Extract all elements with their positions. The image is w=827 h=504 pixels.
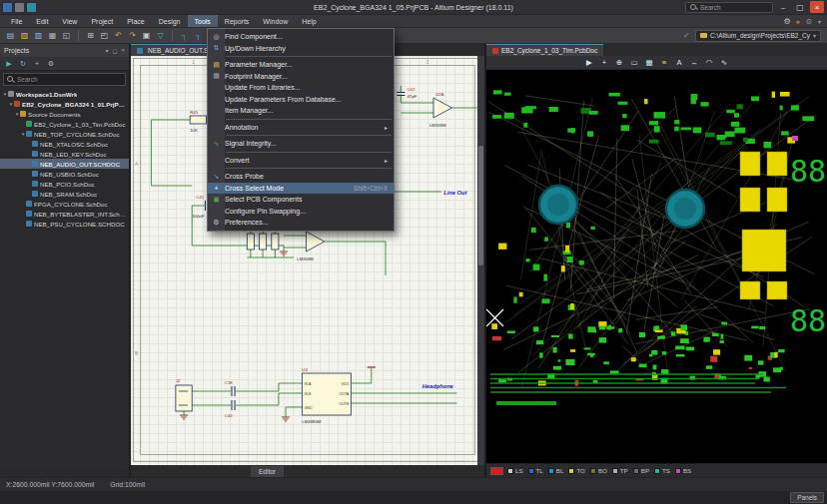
menu-design[interactable]: Design: [152, 15, 188, 27]
select-cursor-icon[interactable]: ▶: [583, 57, 595, 69]
tree-item-neb-byteblaster-int-schdoc[interactable]: NEB_BYTEBLASTER_INT.SchDoc: [0, 209, 129, 219]
notifications-icon[interactable]: ●: [796, 18, 800, 25]
menu-item-convert[interactable]: Convert▸: [208, 155, 394, 167]
tree-item-fpga-cyclone-schdoc[interactable]: FPGA_CYCLONE.SchDoc: [0, 199, 129, 209]
menu-item-update-parameters-from-database[interactable]: Update Parameters From Database...: [208, 94, 394, 106]
pcb-canvas[interactable]: 8888: [486, 70, 827, 463]
layer-tab-bp[interactable]: BP: [633, 467, 649, 474]
close-button[interactable]: ×: [810, 1, 824, 13]
print-preview-icon[interactable]: ◱: [60, 29, 73, 42]
projects-search-input[interactable]: Search: [3, 73, 126, 86]
app-logo-icon[interactable]: [3, 3, 12, 12]
layer-tab-tp[interactable]: TP: [612, 467, 628, 474]
tree-item-neb-usbio-schdoc[interactable]: NEB_USBIO.SchDoc: [0, 169, 129, 179]
undo-icon[interactable]: ↶: [112, 29, 125, 42]
menu-edit[interactable]: Edit: [29, 15, 55, 27]
layer-tab-bs[interactable]: BS: [675, 467, 691, 474]
current-layer-swatch[interactable]: [490, 467, 503, 475]
menu-reports[interactable]: Reports: [218, 15, 257, 27]
tree-item-eb2-cyclone-1-03-tim-pcbdoc[interactable]: EB2_Cyclone_1_03_Tim.PcbDoc: [0, 119, 129, 129]
measure-icon[interactable]: ↔: [688, 57, 700, 69]
menu-item-select-pcb-components[interactable]: ▣Select PCB Components: [208, 194, 394, 206]
tree-item-neb-led-key-schdoc[interactable]: NEB_LED_KEY.SchDoc: [0, 149, 129, 159]
tree-item-neb-xtalosc-schdoc[interactable]: NEB_XTALOSC.SchDoc: [0, 139, 129, 149]
menu-item-item-manager[interactable]: Item Manager...: [208, 105, 394, 117]
user-icon[interactable]: ☺: [805, 17, 813, 26]
pcb-document-tab[interactable]: EB2_Cyclone_1_03_Tim.PcbDoc: [486, 44, 603, 56]
menu-item-update-from-libraries[interactable]: Update From Libraries...: [208, 82, 394, 94]
menu-item-annotation[interactable]: Annotation▸: [208, 122, 394, 134]
place-wire-icon[interactable]: ┐: [178, 29, 191, 42]
filter-icon[interactable]: ▽: [154, 29, 167, 42]
menu-item-cross-select-mode[interactable]: +Cross Select ModeShift+Ctrl+X: [208, 183, 394, 195]
menu-item-configure-pin-swapping[interactable]: Configure Pin Swapping...: [208, 206, 394, 218]
layer-tab-bo[interactable]: BO: [590, 467, 607, 474]
panels-button[interactable]: Panels: [790, 492, 824, 503]
print-icon[interactable]: ▦: [46, 29, 59, 42]
minimize-button[interactable]: –: [776, 1, 790, 13]
tree-item-neb-audio-out-schdoc[interactable]: NEB_AUDIO_OUT.SCHDOC: [0, 159, 129, 169]
menu-file[interactable]: File: [4, 15, 29, 27]
panel-close-icon[interactable]: ×: [121, 47, 125, 54]
menu-project[interactable]: Project: [84, 15, 120, 27]
zoom-document-icon[interactable]: ⊞: [84, 29, 97, 42]
open-document-icon[interactable]: ▨: [18, 29, 31, 42]
refresh-icon[interactable]: ↻: [17, 58, 29, 70]
layer-tab-ls[interactable]: LS: [507, 467, 523, 474]
svg-text:C41: C41: [196, 195, 204, 200]
menu-item-footprint-manager[interactable]: ▦Footprint Manager...: [208, 71, 394, 83]
menu-item-parameter-manager[interactable]: ▤Parameter Manager...: [208, 59, 394, 71]
board-fit-icon[interactable]: ▭: [628, 57, 640, 69]
copy-icon[interactable]: ▣: [140, 29, 153, 42]
grid-icon[interactable]: ▦: [643, 57, 655, 69]
project-path-dropdown[interactable]: C:\Altium_design\Projects\EB2_Cy ▾: [695, 30, 821, 42]
menu-item-find-component[interactable]: ◎Find Component...: [208, 31, 394, 43]
user-caret-icon[interactable]: ▾: [818, 18, 821, 25]
menu-window[interactable]: Window: [256, 15, 295, 27]
text-tool-icon[interactable]: A: [673, 57, 685, 69]
panel-settings-icon[interactable]: ⚙: [45, 58, 57, 70]
tree-item-neb-top-cyclone-schdoc[interactable]: ▾NEB_TOP_CYCLONE.SchDoc: [0, 129, 129, 139]
redo-icon[interactable]: ↷: [126, 29, 139, 42]
workspace-icon[interactable]: [27, 3, 36, 12]
vertical-scrollbar[interactable]: [477, 56, 484, 465]
scrollbar-thumb[interactable]: [478, 146, 483, 265]
tree-item-neb-pcio-schdoc[interactable]: NEB_PCIO.SchDoc: [0, 179, 129, 189]
tree-item-neb-psu-cyclone-schdoc[interactable]: NEB_PSU_CYCLONE.SCHDOC: [0, 219, 129, 229]
layer-tab-to[interactable]: TO: [568, 467, 584, 474]
layer-tab-tl[interactable]: TL: [528, 467, 543, 474]
arc-tool-icon[interactable]: ◠: [703, 57, 715, 69]
menu-item-preferences[interactable]: ⚙Preferences...: [208, 217, 394, 229]
tree-item-workspace1-dsnwrk[interactable]: ▾Workspace1.DsnWrk: [0, 89, 129, 99]
editor-tab[interactable]: Editor: [251, 466, 284, 477]
tree-item-eb2-cyclone-bga324-1-01-prjpcb[interactable]: ▾EB2_Cyclone_BGA324 1_01.PrjPCB *: [0, 99, 129, 109]
validate-icon[interactable]: ✓: [680, 29, 693, 42]
tree-item-source-documents[interactable]: ▾Source Documents: [0, 109, 129, 119]
global-search-box[interactable]: Search: [685, 2, 773, 13]
compile-project-icon[interactable]: ▶: [3, 58, 15, 70]
panel-menu-icon[interactable]: ▾: [105, 47, 108, 54]
route-icon[interactable]: ∿: [718, 57, 730, 69]
layer-tab-bl[interactable]: BL: [548, 467, 564, 474]
menu-tools[interactable]: Tools: [188, 15, 218, 27]
home-icon[interactable]: [15, 3, 24, 12]
menu-view[interactable]: View: [55, 15, 84, 27]
maximize-button[interactable]: ▢: [793, 1, 807, 13]
layer-tab-ts[interactable]: TS: [654, 467, 670, 474]
menu-item-up-down-hierarchy[interactable]: ⇅Up/Down Hierarchy: [208, 43, 394, 55]
save-icon[interactable]: ▥: [32, 29, 45, 42]
menu-place[interactable]: Place: [120, 15, 152, 27]
menu-item-signal-integrity[interactable]: ∿Signal Integrity...: [208, 138, 394, 150]
zoom-icon[interactable]: ⊕: [613, 57, 625, 69]
menu-help[interactable]: Help: [295, 15, 323, 27]
zoom-area-icon[interactable]: ◰: [98, 29, 111, 42]
layers-icon[interactable]: ≡: [658, 57, 670, 69]
new-document-icon[interactable]: ▤: [4, 29, 17, 42]
menu-item-cross-probe[interactable]: ↘Cross Probe: [208, 171, 394, 183]
gear-icon[interactable]: ⚙: [783, 17, 790, 26]
tree-item-neb-sram-schdoc[interactable]: NEB_SRAM.SchDoc: [0, 189, 129, 199]
place-bus-icon[interactable]: ┒: [192, 29, 205, 42]
add-document-icon[interactable]: +: [31, 58, 43, 70]
panel-pin-icon[interactable]: ◻: [113, 47, 118, 54]
move-icon[interactable]: +: [598, 57, 610, 69]
